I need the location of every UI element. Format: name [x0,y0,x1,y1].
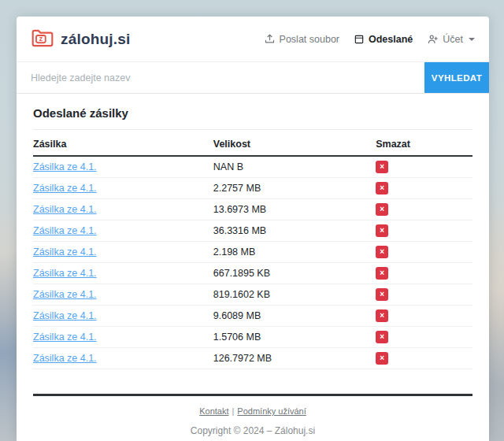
nav-item-poslat-soubor[interactable]: Poslat soubor [264,33,339,45]
delete-button[interactable]: × [376,182,388,195]
person-add-icon [427,33,439,45]
delete-button[interactable]: × [376,224,388,237]
shipment-link[interactable]: Zásilka ze 4.1. [33,332,97,343]
footer-links: Kontakt|Podmínky užívání [33,406,472,416]
content: Odeslané zásilky Zásilka Velikost Smazat… [17,94,489,369]
shipment-size: 13.6973 MB [213,204,266,215]
box-icon [354,34,365,45]
chevron-down-icon [469,38,475,41]
shipment-link[interactable]: Zásilka ze 4.1. [33,225,97,236]
main-card: z zálohuj.si Poslat soubor [17,17,489,441]
shipment-size: 126.7972 MB [213,353,272,364]
search-input[interactable] [17,62,424,93]
table-head: Zásilka Velikost Smazat [33,132,472,156]
table-row: Zásilka ze 4.1. 2.2757 MB × [33,178,472,199]
shipment-link[interactable]: Zásilka ze 4.1. [33,289,97,300]
delete-button[interactable]: × [376,246,388,258]
footer: Kontakt|Podmínky užívání Copyright © 202… [17,394,489,436]
shipment-link[interactable]: Zásilka ze 4.1. [33,183,97,194]
table-row: Zásilka ze 4.1. 36.3316 MB × [33,220,472,242]
delete-button[interactable]: × [376,203,388,216]
shipments-table: Zásilka Velikost Smazat Zásilka ze 4.1. … [33,132,472,369]
delete-button[interactable]: × [376,288,388,301]
delete-button[interactable]: × [376,331,388,343]
nav-item-label: Účet [443,34,463,45]
footer-separator: | [232,406,235,416]
shipment-link[interactable]: Zásilka ze 4.1. [33,268,97,279]
table-row: Zásilka ze 4.1. 9.6089 MB × [33,306,472,327]
shipment-size: 1.5706 MB [213,332,261,343]
nav-item-label: Poslat soubor [280,34,339,45]
nav-item-odeslane[interactable]: Odeslané [354,34,413,45]
nav-items: Poslat soubor Odeslané Účet [264,33,475,45]
delete-button[interactable]: × [376,161,388,173]
table-row: Zásilka ze 4.1. 1.5706 MB × [33,327,472,348]
table-row: Zásilka ze 4.1. 2.198 MB × [33,242,472,263]
search-button[interactable]: VYHLEDAT [424,62,489,93]
navbar: z zálohuj.si Poslat soubor [17,17,489,62]
delete-button[interactable]: × [376,352,388,365]
shipment-size: 36.3316 MB [213,225,266,236]
table-body: Zásilka ze 4.1. NAN B × Zásilka ze 4.1. … [33,156,472,369]
table-row: Zásilka ze 4.1. 126.7972 MB × [33,348,472,369]
delete-button[interactable]: × [376,267,388,280]
delete-button[interactable]: × [376,309,388,322]
folder-z-icon: z [31,28,54,51]
shipment-size: 2.2757 MB [213,183,261,194]
shipment-link[interactable]: Zásilka ze 4.1. [33,204,97,215]
copyright-text: Copyright © 2024 – Zálohuj.si [33,425,472,436]
table-row: Zásilka ze 4.1. 819.1602 KB × [33,284,472,306]
page-title: Odeslané zásilky [33,106,472,130]
footer-divider [33,394,472,396]
brand-logo[interactable]: z zálohuj.si [31,28,131,51]
footer-link-kontakt[interactable]: Kontakt [199,406,228,416]
shipment-size: 2.198 MB [213,246,256,258]
column-header-smazat: Smazat [376,132,472,156]
shipment-size: 819.1602 KB [213,289,270,300]
column-header-zasilka: Zásilka [33,132,213,156]
nav-item-ucet[interactable]: Účet [427,33,475,45]
shipment-size: NAN B [213,161,243,172]
table-row: Zásilka ze 4.1. NAN B × [33,156,472,178]
nav-item-label: Odeslané [369,34,413,45]
brand-title: zálohuj.si [61,31,131,48]
search-bar: VYHLEDAT [17,62,489,94]
shipment-link[interactable]: Zásilka ze 4.1. [33,353,97,364]
shipment-link[interactable]: Zásilka ze 4.1. [33,161,97,172]
svg-text:z: z [39,35,43,43]
shipment-link[interactable]: Zásilka ze 4.1. [33,310,97,321]
column-header-velikost: Velikost [213,132,376,156]
upload-icon [264,33,276,45]
shipment-size: 667.1895 KB [213,268,270,279]
table-row: Zásilka ze 4.1. 667.1895 KB × [33,263,472,284]
footer-link-podminky[interactable]: Podmínky užívání [237,406,306,416]
shipment-link[interactable]: Zásilka ze 4.1. [33,246,97,258]
shipment-size: 9.6089 MB [213,310,261,321]
table-row: Zásilka ze 4.1. 13.6973 MB × [33,199,472,220]
